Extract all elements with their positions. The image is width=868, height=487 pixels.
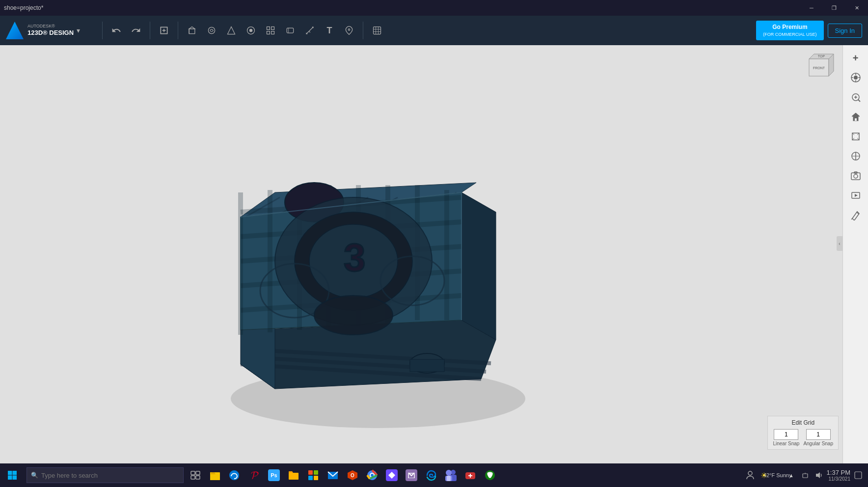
group-button[interactable] bbox=[281, 22, 299, 39]
teams-svg bbox=[444, 469, 457, 481]
xbox-icon[interactable] bbox=[480, 463, 500, 487]
screenshot-button[interactable] bbox=[847, 167, 865, 185]
restore-button[interactable]: ❐ bbox=[823, 0, 845, 16]
display-mode-button[interactable] bbox=[847, 147, 865, 165]
svg-rect-120 bbox=[855, 472, 862, 479]
3d-viewport[interactable]: 3 bbox=[0, 45, 853, 467]
svg-point-109 bbox=[446, 470, 452, 476]
search-icon: 🔍 bbox=[31, 472, 38, 479]
toolbar-right: Go Premium (FOR COMMERCIAL USE) Sign In bbox=[756, 21, 868, 41]
redo-button[interactable] bbox=[127, 22, 145, 39]
edge-icon[interactable] bbox=[225, 463, 244, 487]
svg-rect-11 bbox=[271, 27, 274, 30]
explorer-icon[interactable] bbox=[284, 463, 303, 487]
svg-rect-88 bbox=[196, 471, 200, 475]
autodesk-label: AUTODESK® bbox=[27, 24, 74, 29]
linear-snap-label: Linear Snap bbox=[773, 441, 799, 446]
autodesk-logo-icon bbox=[6, 22, 24, 39]
pattern-button[interactable] bbox=[262, 22, 279, 39]
linear-snap-input[interactable] bbox=[774, 429, 798, 440]
sign-in-button[interactable]: Sign In bbox=[828, 24, 862, 38]
logo-area[interactable]: AUTODESK® 123D® DESIGN ▾ bbox=[0, 22, 98, 39]
people-icon[interactable] bbox=[744, 469, 756, 481]
notification-icon[interactable] bbox=[852, 469, 864, 481]
perspective-button[interactable] bbox=[847, 128, 865, 145]
svg-marker-105 bbox=[388, 472, 395, 479]
sketch-mode-button[interactable] bbox=[847, 206, 865, 224]
new-design-button[interactable] bbox=[155, 22, 173, 39]
taskbar-right: ☀ 42°F Sunny ▲ 1:37 PM 11/3/2021 bbox=[744, 469, 868, 482]
title-bar: shoe=projecto* ─ ❐ ✕ bbox=[0, 0, 868, 16]
photoshop-icon[interactable]: Ps bbox=[264, 463, 284, 487]
angular-snap-input[interactable] bbox=[806, 429, 831, 440]
box-primitive-button[interactable] bbox=[183, 22, 201, 39]
sketch-icon bbox=[207, 26, 217, 35]
go-premium-sub: (FOR COMMERCIAL USE) bbox=[763, 32, 816, 37]
right-panel: + bbox=[842, 45, 868, 467]
svg-point-77 bbox=[854, 174, 858, 178]
svg-rect-111 bbox=[447, 476, 451, 481]
svg-line-18 bbox=[309, 31, 310, 32]
modify-button[interactable] bbox=[242, 22, 260, 39]
microsoft-store-icon[interactable] bbox=[303, 463, 323, 487]
logo-dropdown-arrow[interactable]: ▾ bbox=[77, 27, 80, 34]
animation-button[interactable] bbox=[847, 187, 865, 204]
zoom-in-button[interactable]: + bbox=[847, 49, 865, 67]
system-clock[interactable]: 1:37 PM 11/3/2021 bbox=[827, 469, 850, 482]
protonmail-icon[interactable] bbox=[402, 463, 421, 487]
svg-rect-20 bbox=[374, 27, 381, 34]
go-premium-button[interactable]: Go Premium (FOR COMMERCIAL USE) bbox=[756, 21, 823, 41]
teams-icon[interactable] bbox=[441, 463, 461, 487]
material-button[interactable] bbox=[368, 22, 386, 39]
svg-rect-117 bbox=[803, 474, 808, 478]
view-cube[interactable]: TOP FRONT bbox=[799, 49, 839, 88]
search-bar[interactable]: 🔍 bbox=[27, 467, 184, 483]
svg-line-82 bbox=[851, 218, 852, 219]
office-svg: O bbox=[347, 469, 358, 481]
clock-time: 1:37 PM bbox=[827, 469, 850, 476]
construct-button[interactable] bbox=[222, 22, 240, 39]
search-input[interactable] bbox=[41, 472, 179, 479]
taskview-button[interactable] bbox=[186, 463, 205, 487]
svg-text:O: O bbox=[351, 473, 354, 478]
svg-rect-94 bbox=[289, 473, 298, 480]
mail-icon[interactable] bbox=[323, 463, 343, 487]
undo-button[interactable] bbox=[108, 22, 125, 39]
taskview-icon bbox=[190, 471, 200, 480]
display-mode-icon bbox=[850, 151, 861, 162]
network-icon[interactable] bbox=[799, 469, 811, 481]
speaker-icon[interactable] bbox=[813, 469, 825, 481]
office-icon[interactable]: O bbox=[343, 463, 362, 487]
text-button[interactable]: T bbox=[321, 22, 338, 39]
minimize-button[interactable]: ─ bbox=[800, 0, 823, 16]
svg-rect-3 bbox=[189, 29, 195, 34]
view-cube-svg: TOP FRONT bbox=[799, 49, 839, 88]
logo-text: AUTODESK® 123D® DESIGN bbox=[27, 24, 74, 38]
undo-icon bbox=[111, 26, 121, 35]
start-button[interactable] bbox=[0, 463, 25, 487]
pinterest-icon[interactable]: 𝓟 bbox=[244, 463, 264, 487]
svg-marker-80 bbox=[855, 194, 858, 197]
proton-vpn-icon[interactable] bbox=[382, 463, 402, 487]
edge-new-icon[interactable] bbox=[421, 463, 441, 487]
right-panel-toggle[interactable]: ‹ bbox=[837, 236, 842, 251]
edge-svg bbox=[229, 469, 241, 481]
zoom-fit-button[interactable] bbox=[847, 88, 865, 106]
group-icon bbox=[285, 26, 295, 35]
orbit-button[interactable] bbox=[847, 69, 865, 86]
svg-point-116 bbox=[748, 471, 752, 475]
snap-button[interactable] bbox=[340, 22, 358, 39]
file-explorer-icon[interactable] bbox=[205, 463, 225, 487]
chrome-icon[interactable] bbox=[362, 463, 382, 487]
home-view-button[interactable] bbox=[847, 108, 865, 126]
sketch-mode-icon bbox=[850, 210, 861, 220]
svg-line-16 bbox=[306, 27, 314, 34]
measure-button[interactable] bbox=[301, 22, 319, 39]
sketch-button[interactable] bbox=[203, 22, 220, 39]
snap-icon bbox=[344, 26, 354, 35]
chevron-up-icon[interactable]: ▲ bbox=[786, 469, 797, 481]
svg-rect-86 bbox=[13, 476, 17, 480]
close-button[interactable]: ✕ bbox=[845, 0, 868, 16]
taskbar: 🔍 𝓟 Ps bbox=[0, 463, 868, 487]
game-bar-icon[interactable] bbox=[461, 463, 480, 487]
